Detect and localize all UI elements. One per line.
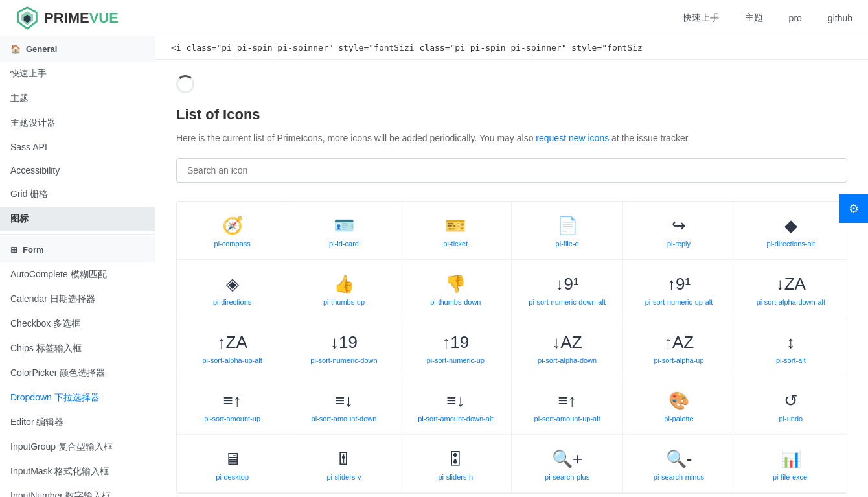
gear-icon: ⚙ xyxy=(849,202,859,216)
icon-cell-pi-sort-alpha-up-alt[interactable]: ↑ZApi-sort-alpha-up-alt xyxy=(177,318,288,376)
pi-sliders-v-icon: 🎚 xyxy=(336,450,352,467)
icon-label-pi-search-plus: pi-search-plus xyxy=(545,472,589,481)
settings-button[interactable]: ⚙ xyxy=(839,194,868,223)
sidebar-general-header: 🏠 General xyxy=(0,36,155,62)
icon-label-pi-directions: pi-directions xyxy=(213,297,251,306)
icon-cell-pi-sliders-h[interactable]: 🎛pi-sliders-h xyxy=(400,435,512,493)
icon-label-pi-sort-numeric-down-alt: pi-sort-numeric-down-alt xyxy=(529,297,606,306)
icon-cell-pi-thumbs-up[interactable]: 👍pi-thumbs-up xyxy=(288,260,400,318)
pi-file-o-icon: 📄 xyxy=(557,217,578,234)
sidebar-item-inputnumber[interactable]: InputNumber 数字输入框 xyxy=(0,484,155,497)
pi-search-minus-icon: 🔍- xyxy=(666,450,692,467)
icon-cell-pi-sort-alpha-down[interactable]: ↓AZpi-sort-alpha-down xyxy=(512,318,623,376)
content-area: <i class="pi pi-spin pi-spinner" style="… xyxy=(155,36,868,497)
form-icon: ⊞ xyxy=(10,245,17,255)
icon-cell-pi-sort-alpha-down-alt[interactable]: ↓ZApi-sort-alpha-down-alt xyxy=(735,260,847,318)
pi-sliders-h-icon: 🎛 xyxy=(447,450,464,467)
icon-cell-pi-file-o[interactable]: 📄pi-file-o xyxy=(512,202,623,260)
pi-sort-alpha-up-icon: ↑AZ xyxy=(664,334,694,351)
icon-label-pi-thumbs-up: pi-thumbs-up xyxy=(323,297,365,306)
sidebar-divider xyxy=(0,234,155,235)
logo: PRIMEVUE xyxy=(16,6,119,30)
icon-cell-pi-sort-numeric-down-alt[interactable]: ↓9¹pi-sort-numeric-down-alt xyxy=(512,260,623,318)
pi-sort-amount-down-icon: ≡↓ xyxy=(335,392,353,409)
icon-label-pi-sort-alpha-down-alt: pi-sort-alpha-down-alt xyxy=(757,297,825,306)
icon-cell-pi-sort-numeric-up-alt[interactable]: ↑9¹pi-sort-numeric-up-alt xyxy=(623,260,735,318)
icon-cell-pi-reply[interactable]: ↪pi-reply xyxy=(623,202,735,260)
pi-thumbs-up-icon: 👍 xyxy=(334,275,354,292)
icon-cell-pi-sort-numeric-up[interactable]: ↑19pi-sort-numeric-up xyxy=(400,318,512,376)
sidebar-item-chips[interactable]: Chips 标签输入框 xyxy=(0,336,155,361)
icon-label-pi-palette: pi-palette xyxy=(664,414,693,423)
sidebar-item-icons[interactable]: 图标 xyxy=(0,207,155,231)
nav-pro[interactable]: pro xyxy=(789,13,802,23)
sidebar-item-dropdown[interactable]: Dropdown 下拉选择器 xyxy=(0,386,155,410)
sidebar-item-calendar[interactable]: Calendar 日期选择器 xyxy=(0,287,155,312)
sidebar-item-colorpicker[interactable]: ColorPicker 颜色选择器 xyxy=(0,361,155,386)
sidebar-item-inputgroup[interactable]: InputGroup 复合型输入框 xyxy=(0,435,155,459)
sidebar-item-theme-designer[interactable]: 主题设计器 xyxy=(0,111,155,135)
sidebar-item-theme[interactable]: 主题 xyxy=(0,86,155,111)
nav-quickstart[interactable]: 快速上手 xyxy=(683,12,719,24)
icon-label-pi-id-card: pi-id-card xyxy=(329,239,359,248)
icon-cell-pi-file-excel[interactable]: 📊pi-file-excel xyxy=(735,435,847,493)
icon-cell-pi-thumbs-down[interactable]: 👎pi-thumbs-down xyxy=(400,260,512,318)
pi-sort-numeric-down-icon: ↓19 xyxy=(330,334,358,351)
section-title: List of Icons xyxy=(176,106,847,123)
icon-cell-pi-undo[interactable]: ↺pi-undo xyxy=(735,376,847,435)
icon-cell-pi-search-minus[interactable]: 🔍-pi-search-minus xyxy=(623,435,735,493)
icon-cell-pi-sort-amount-down[interactable]: ≡↓pi-sort-amount-down xyxy=(288,376,400,435)
icon-cell-pi-directions-alt[interactable]: ◆pi-directions-alt xyxy=(735,202,847,260)
icon-cell-pi-sort-amount-down-alt[interactable]: ≡↓pi-sort-amount-down-alt xyxy=(400,376,512,435)
icon-label-pi-sort-alpha-up: pi-sort-alpha-up xyxy=(654,356,703,365)
icon-cell-pi-directions[interactable]: ◈pi-directions xyxy=(177,260,288,318)
icon-label-pi-ticket: pi-ticket xyxy=(443,239,468,248)
icon-label-pi-sort-amount-up-alt: pi-sort-amount-up-alt xyxy=(534,414,600,423)
pi-sort-alpha-down-alt-icon: ↓ZA xyxy=(776,275,806,292)
icon-cell-pi-sliders-v[interactable]: 🎚pi-sliders-v xyxy=(288,435,400,493)
icon-cell-pi-desktop[interactable]: 🖥pi-desktop xyxy=(177,435,288,493)
nav-theme[interactable]: 主题 xyxy=(745,12,763,24)
icon-label-pi-compass: pi-compass xyxy=(214,239,251,248)
pi-sort-alpha-up-alt-icon: ↑ZA xyxy=(218,334,247,351)
icon-label-pi-sort-numeric-up-alt: pi-sort-numeric-up-alt xyxy=(645,297,713,306)
pi-sort-alt-icon: ↕ xyxy=(786,334,795,351)
pi-sort-numeric-down-alt-icon: ↓9¹ xyxy=(556,275,579,292)
icon-label-pi-file-o: pi-file-o xyxy=(556,239,579,248)
sidebar-item-quickstart[interactable]: 快速上手 xyxy=(0,62,155,86)
primevue-logo-icon xyxy=(16,6,39,30)
icon-cell-pi-id-card[interactable]: 🪪pi-id-card xyxy=(288,202,400,260)
icon-cell-pi-sort-alpha-up[interactable]: ↑AZpi-sort-alpha-up xyxy=(623,318,735,376)
icon-cell-pi-palette[interactable]: 🎨pi-palette xyxy=(623,376,735,435)
request-icons-link[interactable]: request new icons xyxy=(536,133,609,143)
nav-github[interactable]: github xyxy=(828,13,852,23)
icon-cell-pi-search-plus[interactable]: 🔍+pi-search-plus xyxy=(512,435,623,493)
icon-cell-pi-sort-numeric-down[interactable]: ↓19pi-sort-numeric-down xyxy=(288,318,400,376)
pi-sort-amount-down-alt-icon: ≡↓ xyxy=(446,392,464,409)
icon-label-pi-desktop: pi-desktop xyxy=(216,472,249,481)
pi-palette-icon: 🎨 xyxy=(668,392,689,409)
section-description: Here is the current list of PrimeIcons, … xyxy=(176,131,847,145)
pi-id-card-icon: 🪪 xyxy=(334,217,354,234)
sidebar-item-sass-api[interactable]: Sass API xyxy=(0,135,155,159)
sidebar-item-accessibility[interactable]: Accessibility xyxy=(0,159,155,182)
sidebar-item-checkbox[interactable]: Checkbox 多选框 xyxy=(0,312,155,336)
icon-cell-pi-sort-amount-up[interactable]: ≡↑pi-sort-amount-up xyxy=(177,376,288,435)
icon-label-pi-sort-alt: pi-sort-alt xyxy=(776,356,806,365)
icon-cell-pi-compass[interactable]: 🧭pi-compass xyxy=(177,202,288,260)
icon-cell-pi-sort-amount-up-alt[interactable]: ≡↑pi-sort-amount-up-alt xyxy=(512,376,623,435)
sidebar-item-editor[interactable]: Editor 编辑器 xyxy=(0,410,155,435)
pi-sort-amount-up-icon: ≡↑ xyxy=(223,392,242,409)
icon-cell-pi-ticket[interactable]: 🎫pi-ticket xyxy=(400,202,512,260)
sidebar-item-inputmask[interactable]: InputMask 格式化输入框 xyxy=(0,459,155,484)
search-input[interactable] xyxy=(176,158,847,183)
pi-desktop-icon: 🖥 xyxy=(224,450,241,467)
topnav-links: 快速上手 主题 pro github xyxy=(683,12,852,24)
icon-label-pi-sort-numeric-up: pi-sort-numeric-up xyxy=(427,356,485,365)
code-bar: <i class="pi pi-spin pi-spinner" style="… xyxy=(155,36,868,60)
sidebar: 🏠 General 快速上手 主题 主题设计器 Sass API Accessi… xyxy=(0,36,155,497)
sidebar-item-grid[interactable]: Grid 栅格 xyxy=(0,182,155,207)
sidebar-item-autocomplete[interactable]: AutoComplete 模糊匹配 xyxy=(0,262,155,287)
icon-label-pi-sort-amount-up: pi-sort-amount-up xyxy=(204,414,260,423)
icon-cell-pi-sort-alt[interactable]: ↕pi-sort-alt xyxy=(735,318,847,376)
